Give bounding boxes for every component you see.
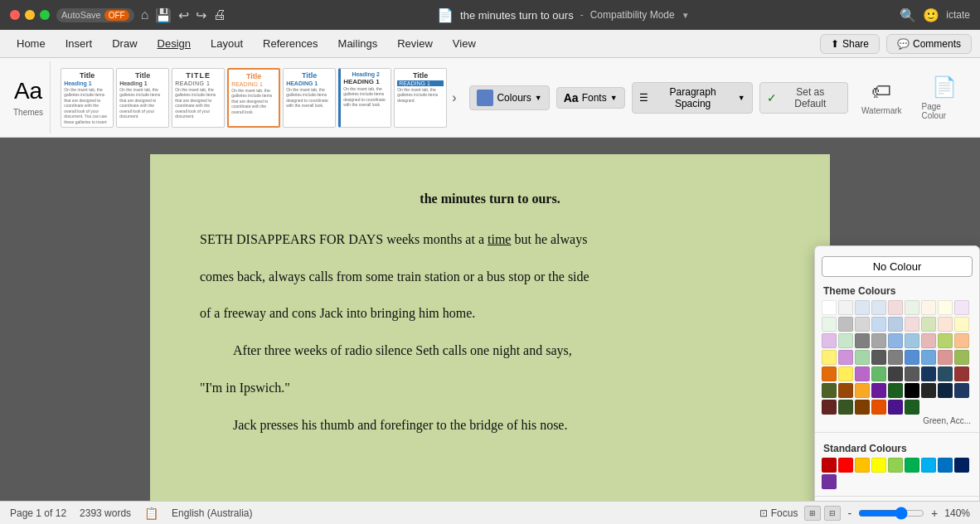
theme-colour-cell[interactable] [905, 366, 919, 381]
theme-colour-cell[interactable] [888, 400, 903, 415]
theme-colour-cell[interactable] [921, 300, 936, 315]
standard-colour-cell[interactable] [888, 458, 903, 473]
theme-colour-cell[interactable] [822, 317, 837, 332]
theme-colour-cell[interactable] [838, 317, 853, 332]
theme-colour-cell[interactable] [921, 333, 936, 348]
page-colour-button[interactable]: 📄 Page Colour [915, 72, 973, 124]
theme-colour-cell[interactable] [954, 366, 969, 381]
theme-colour-cell[interactable] [888, 317, 903, 332]
standard-colour-cell[interactable] [938, 458, 953, 473]
theme-colour-cell[interactable] [871, 350, 886, 365]
standard-colour-cell[interactable] [822, 474, 837, 489]
theme-colour-cell[interactable] [905, 317, 919, 332]
theme-colour-cell[interactable] [871, 400, 886, 415]
theme-colour-cell[interactable] [905, 300, 919, 315]
style-thumb-3[interactable]: TITLE READING 1 On the insert tab, the g… [172, 68, 225, 128]
paragraph-spacing-button[interactable]: ☰ Paragraph Spacing ▼ [632, 82, 753, 114]
style-thumb-2[interactable]: Title Heading 1 On the insert tab, the g… [116, 68, 169, 128]
theme-colour-cell[interactable] [855, 317, 870, 332]
theme-colour-cell[interactable] [855, 400, 870, 415]
document-page[interactable]: the minutes turn to ours. SETH DISAPPEAR… [150, 154, 830, 501]
menu-references[interactable]: References [255, 34, 326, 53]
style-thumb-5[interactable]: Title HEADING 1 On the insert tab, the g… [283, 68, 336, 128]
theme-colour-cell[interactable] [822, 333, 837, 348]
theme-colour-cell[interactable] [938, 300, 953, 315]
theme-colour-cell[interactable] [938, 366, 953, 381]
theme-colour-cell[interactable] [938, 383, 953, 398]
style-thumb-7[interactable]: Title READING 1 On the insert tab, the g… [394, 68, 447, 128]
theme-colour-cell[interactable] [855, 300, 870, 315]
theme-colour-cell[interactable] [905, 383, 919, 398]
standard-colour-cell[interactable] [954, 458, 969, 473]
zoom-plus-icon[interactable]: + [931, 507, 938, 520]
theme-colour-cell[interactable] [954, 333, 969, 348]
title-bar-icon-print[interactable]: 🖨 [213, 7, 226, 22]
theme-colour-cell[interactable] [838, 383, 853, 398]
set-as-default-button[interactable]: ✓ Set as Default [759, 82, 848, 114]
theme-colour-cell[interactable] [905, 333, 919, 348]
menu-view[interactable]: View [444, 34, 484, 53]
standard-colour-cell[interactable] [855, 458, 870, 473]
theme-colour-cell[interactable] [954, 300, 969, 315]
theme-colour-cell[interactable] [888, 350, 903, 365]
standard-colour-cell[interactable] [905, 458, 919, 473]
theme-colour-cell[interactable] [954, 383, 969, 398]
theme-colour-cell[interactable] [888, 383, 903, 398]
theme-colour-cell[interactable] [888, 300, 903, 315]
theme-colour-cell[interactable] [838, 300, 853, 315]
theme-colour-cell[interactable] [921, 317, 936, 332]
focus-button[interactable]: ⊡ Focus [759, 507, 798, 519]
menu-draw[interactable]: Draw [104, 34, 145, 53]
theme-colour-cell[interactable] [855, 383, 870, 398]
theme-colour-cell[interactable] [938, 350, 953, 365]
maximize-button[interactable] [40, 10, 50, 20]
theme-colour-cell[interactable] [905, 400, 919, 415]
style-thumb-4[interactable]: Title READING 1 On the insert tab, the g… [227, 68, 280, 128]
themes-button[interactable]: Aa Themes [13, 78, 43, 117]
style-thumb-6[interactable]: Heading 2 HEADING 1 On the insert tab, t… [338, 68, 391, 128]
zoom-slider[interactable] [858, 507, 924, 520]
theme-colour-cell[interactable] [888, 333, 903, 348]
theme-colour-cell[interactable] [888, 366, 903, 381]
style-thumb-1[interactable]: Title Heading 1 On the insert tab, the g… [61, 68, 114, 128]
theme-colour-cell[interactable] [822, 366, 837, 381]
theme-colour-cell[interactable] [855, 333, 870, 348]
menu-layout[interactable]: Layout [202, 34, 251, 53]
theme-colour-cell[interactable] [871, 366, 886, 381]
theme-colour-cell[interactable] [938, 333, 953, 348]
minimize-button[interactable] [25, 10, 35, 20]
theme-colour-cell[interactable] [855, 366, 870, 381]
standard-colour-cell[interactable] [871, 458, 886, 473]
title-bar-icon-home[interactable]: ⌂ [141, 7, 149, 22]
proofing-icon[interactable]: 📋 [144, 507, 158, 520]
theme-colour-cell[interactable] [822, 300, 837, 315]
theme-colour-cell[interactable] [871, 300, 886, 315]
menu-review[interactable]: Review [389, 34, 441, 53]
theme-colour-cell[interactable] [838, 366, 853, 381]
menu-home[interactable]: Home [8, 34, 54, 53]
theme-colour-cell[interactable] [822, 400, 837, 415]
standard-colour-cell[interactable] [838, 458, 853, 473]
autosave-button[interactable]: AutoSave OFF [56, 8, 134, 22]
theme-colour-cell[interactable] [838, 350, 853, 365]
view-web-layout[interactable]: ⊟ [824, 506, 841, 521]
theme-colour-cell[interactable] [954, 350, 969, 365]
theme-colour-cell[interactable] [921, 366, 936, 381]
theme-colour-cell[interactable] [921, 350, 936, 365]
menu-mailings[interactable]: Mailings [330, 34, 386, 53]
theme-colour-cell[interactable] [871, 383, 886, 398]
comments-button[interactable]: 💬 Comments [886, 34, 972, 54]
view-print-layout[interactable]: ⊞ [804, 506, 821, 521]
title-bar-icon-redo[interactable]: ↪ [196, 7, 206, 23]
theme-colour-cell[interactable] [822, 383, 837, 398]
zoom-minus-icon[interactable]: - [847, 507, 851, 520]
theme-colour-cell[interactable] [871, 317, 886, 332]
title-bar-icon-save[interactable]: 💾 [155, 7, 172, 23]
fonts-button[interactable]: Aa Fonts ▼ [556, 87, 625, 109]
theme-colour-cell[interactable] [954, 317, 969, 332]
no-colour-option[interactable]: No Colour [822, 256, 973, 277]
chevron-down-icon[interactable]: ▼ [682, 11, 690, 20]
emoji-icon[interactable]: 🙂 [923, 7, 939, 23]
theme-colour-cell[interactable] [855, 350, 870, 365]
theme-colour-cell[interactable] [838, 333, 853, 348]
